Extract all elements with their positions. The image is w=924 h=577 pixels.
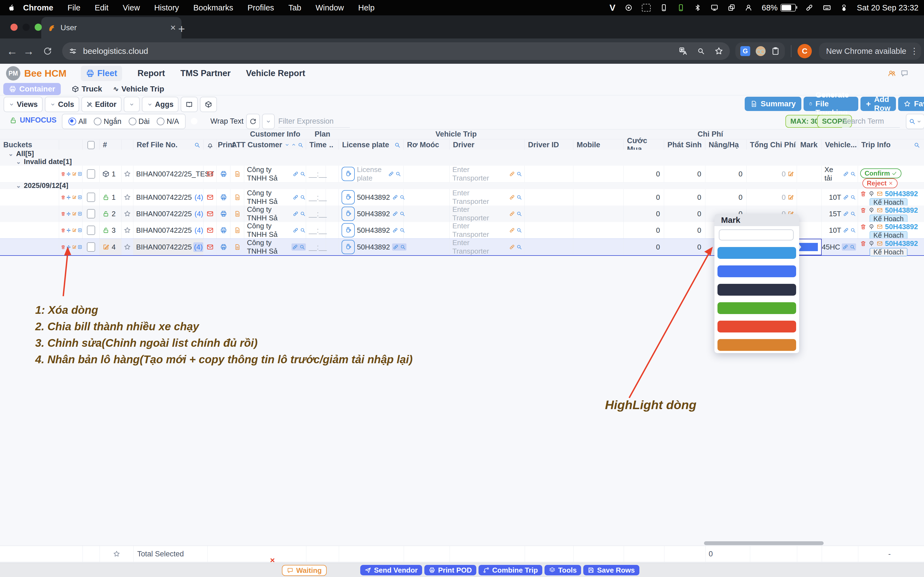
vehicle-link-icon[interactable] bbox=[842, 244, 848, 250]
user-avatar[interactable]: PM bbox=[6, 66, 20, 81]
mobile-cell[interactable] bbox=[573, 239, 624, 255]
row-delete-icon[interactable] bbox=[61, 244, 65, 250]
phone-mirror-icon[interactable] bbox=[660, 4, 668, 11]
radio-all[interactable]: All bbox=[68, 117, 87, 126]
refresh-dropdown-button[interactable] bbox=[262, 114, 275, 129]
row-edit-icon[interactable] bbox=[72, 244, 76, 250]
row-delete-icon[interactable] bbox=[61, 227, 65, 234]
vehicle-search-icon[interactable] bbox=[850, 194, 856, 200]
split-count-badge[interactable]: (4) bbox=[194, 193, 203, 201]
cube-view-button[interactable] bbox=[200, 97, 217, 112]
customer-search-icon[interactable] bbox=[299, 244, 305, 250]
driver-field[interactable]: Enter Transporter bbox=[452, 189, 507, 206]
mail-icon[interactable] bbox=[207, 194, 214, 201]
tong-edit-icon[interactable] bbox=[787, 194, 794, 201]
row-duplicate-icon[interactable] bbox=[78, 171, 82, 177]
search-button[interactable] bbox=[906, 114, 924, 129]
bucket-all[interactable]: ⌄All[5] bbox=[0, 150, 924, 158]
nang-ha-value[interactable]: 0 bbox=[739, 193, 743, 201]
phat-sinh-value[interactable]: 0 bbox=[698, 243, 701, 251]
horizontal-scrollbar[interactable] bbox=[704, 541, 824, 545]
favorite-star-icon[interactable] bbox=[124, 194, 131, 201]
time-field[interactable]: __:__ bbox=[309, 226, 327, 235]
control-center-icon[interactable] bbox=[840, 4, 848, 11]
col-cuoc-mua[interactable]: Cước Mua bbox=[624, 140, 664, 150]
romooc-cell[interactable] bbox=[404, 206, 450, 222]
customer-search-icon[interactable] bbox=[300, 227, 306, 233]
translate-icon[interactable] bbox=[679, 47, 688, 55]
driver-link-icon[interactable] bbox=[509, 211, 515, 217]
cuoc-mua-value[interactable]: 0 bbox=[656, 226, 660, 235]
mobile-cell[interactable] bbox=[573, 166, 624, 182]
favorite-star-icon[interactable] bbox=[124, 170, 131, 177]
trip-mail-icon[interactable] bbox=[877, 224, 883, 230]
driver-field[interactable]: Enter Transporter bbox=[452, 222, 507, 239]
handoff-icon[interactable] bbox=[805, 3, 813, 12]
col-plate[interactable]: License plate bbox=[339, 140, 404, 150]
kebab-menu-icon[interactable]: ⋮ bbox=[910, 48, 919, 54]
v-status-icon[interactable]: V bbox=[609, 3, 615, 13]
vehicle-link-icon[interactable] bbox=[843, 194, 849, 200]
menu-window[interactable]: Window bbox=[315, 3, 344, 12]
sort-down-icon[interactable] bbox=[284, 142, 290, 148]
ref-file-no[interactable]: BIHAN007422/25_TEST bbox=[136, 170, 214, 178]
driver-field[interactable]: Enter Transporter bbox=[452, 205, 507, 222]
print-icon[interactable] bbox=[220, 194, 227, 201]
attachment-doc-icon[interactable] bbox=[234, 244, 241, 250]
trip-delete-icon[interactable] bbox=[860, 191, 866, 197]
tools-button[interactable]: Tools bbox=[544, 565, 581, 575]
tab-close-icon[interactable]: ✕ bbox=[170, 24, 176, 32]
customer-link-icon[interactable] bbox=[292, 194, 299, 200]
plate-link-icon[interactable] bbox=[392, 194, 398, 200]
col-att[interactable]: ATT bbox=[231, 140, 244, 150]
bucket-date[interactable]: ⌄2025/09/12[4] bbox=[0, 182, 924, 189]
col-mobile[interactable]: Mobile bbox=[573, 140, 624, 150]
trip-search-icon[interactable] bbox=[914, 142, 920, 148]
vehicle-type[interactable]: 45HC bbox=[822, 243, 840, 251]
ref-file-no[interactable]: BIHAN007422/25 bbox=[136, 243, 192, 251]
bookmark-star-icon[interactable] bbox=[714, 47, 723, 55]
trip-mail-icon[interactable] bbox=[877, 240, 883, 247]
driver-search-icon[interactable] bbox=[516, 171, 522, 177]
zoom-window-button[interactable] bbox=[35, 24, 42, 31]
col-driver[interactable]: Driver bbox=[450, 140, 525, 150]
people-icon[interactable] bbox=[888, 69, 896, 77]
combine-trip-button[interactable]: Combine Trip bbox=[478, 565, 542, 575]
close-window-button[interactable] bbox=[10, 24, 18, 31]
display-icon[interactable] bbox=[711, 4, 718, 11]
vehicle-search-icon[interactable] bbox=[850, 244, 856, 250]
print-icon[interactable] bbox=[220, 210, 227, 218]
trip-location-icon[interactable] bbox=[869, 240, 874, 247]
filter-expression-input[interactable]: Filter Expression bbox=[278, 117, 350, 128]
phat-sinh-value[interactable]: 0 bbox=[698, 170, 701, 178]
vehicle-type[interactable]: 10T bbox=[829, 226, 841, 235]
trip-location-icon[interactable] bbox=[869, 224, 874, 230]
driver-search-icon[interactable] bbox=[516, 194, 522, 200]
update-chrome-button[interactable]: New Chrome available ⋮ bbox=[819, 43, 921, 60]
license-plate-field[interactable]: 50H43892 bbox=[357, 210, 390, 218]
col-vehicle[interactable]: Vehicle... bbox=[822, 140, 858, 150]
mark-color-swatch[interactable] bbox=[717, 266, 796, 277]
reject-button[interactable]: Reject bbox=[863, 178, 898, 188]
row-delete-icon[interactable] bbox=[61, 194, 65, 201]
romooc-cell[interactable] bbox=[404, 166, 450, 182]
plate-link-icon[interactable] bbox=[388, 171, 394, 177]
trip-plate-link[interactable]: 50H43892 bbox=[885, 190, 918, 198]
trip-location-icon[interactable] bbox=[869, 207, 874, 213]
col-trip-info[interactable]: Trip Info bbox=[858, 140, 924, 150]
row-checkbox[interactable] bbox=[87, 209, 95, 218]
menu-view[interactable]: View bbox=[123, 3, 140, 12]
google-translate-extension-icon[interactable]: G bbox=[740, 46, 750, 56]
refresh-button[interactable] bbox=[246, 114, 260, 129]
customer-link-icon[interactable] bbox=[292, 244, 298, 250]
mark-color-swatch[interactable] bbox=[717, 302, 796, 314]
trip-plate-link[interactable]: 50H43892 bbox=[885, 206, 918, 214]
row-edit-icon[interactable] bbox=[72, 227, 76, 234]
vehicle-type[interactable]: 15T bbox=[829, 210, 841, 218]
plate-search-icon[interactable] bbox=[395, 171, 401, 177]
trip-status-tag[interactable]: Kế Hoach bbox=[869, 248, 908, 256]
menubar-clock[interactable]: Sat 20 Sep 23:32 bbox=[857, 3, 919, 12]
mark-cell[interactable] bbox=[797, 189, 822, 206]
add-row-button[interactable]: +Add Row bbox=[861, 97, 896, 111]
reload-button[interactable] bbox=[43, 47, 52, 56]
